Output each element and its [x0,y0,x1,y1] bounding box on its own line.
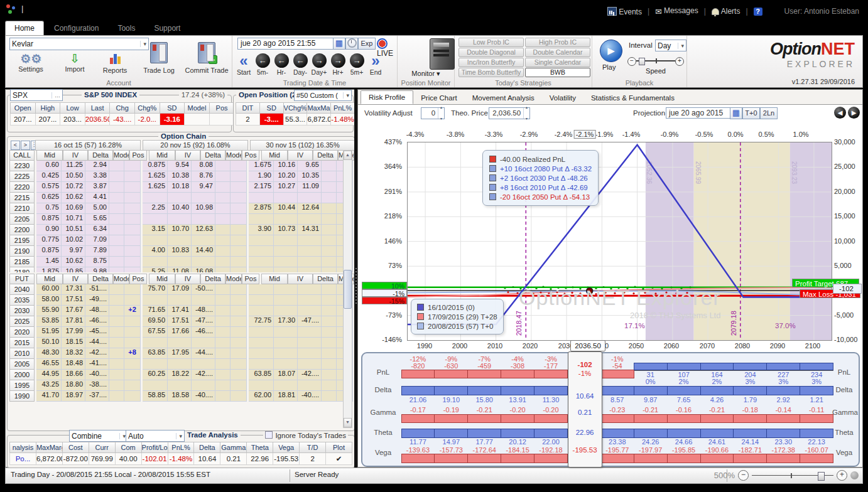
option-row[interactable]: 1990 41.7018.97-37.... 58.8518.58-40....… [9,391,353,402]
index-header-cell[interactable]: Open [10,102,36,114]
position-header-cell[interactable]: PnL% [331,102,355,114]
position-header-cell[interactable]: MaxMargin [307,102,331,114]
theo-price-spinner[interactable]: 2,036.50▲▼ [489,107,530,119]
index-header-cell[interactable]: Model [185,102,210,114]
strategy-button[interactable]: High Prob IC [525,38,590,47]
time-nav-button[interactable]: « Start [235,53,252,76]
reports-button[interactable]: Reports [99,53,131,74]
play-button[interactable]: ▶ [600,40,622,62]
trade-analysis-header-cell[interactable]: Theta [247,442,273,453]
strike-cell[interactable]: 2190 [9,246,35,257]
delta-header[interactable]: Delta [200,150,225,161]
projection-date-input[interactable]: jue 20 ago 2015 [666,107,732,119]
calendar-icon[interactable]: ▦ [333,38,345,50]
strike-cell[interactable]: 1990 [9,391,35,402]
index-header-cell[interactable]: Chg [110,102,135,114]
option-row[interactable]: 2220 0.57510.723.87 1.62510.189.47 2.175… [9,182,353,193]
trade-analysis-header-cell[interactable]: Cost [63,442,89,453]
index-header-cell[interactable]: Last [85,102,111,114]
zoom-slider[interactable] [752,471,833,480]
iv-header[interactable]: IV [63,150,88,161]
time-nav-button[interactable]: ← Hr- [273,53,290,76]
t0-button[interactable]: T+0 [742,107,760,119]
strategy-button[interactable]: Time Bomb Butterfly [458,68,524,77]
option-row[interactable]: 2205 0.87510.715.65 [9,214,353,225]
pos-header[interactable]: Pos [242,150,259,161]
clock-icon[interactable] [345,38,358,50]
position-header-cell[interactable]: VChg% [284,102,308,114]
position-legend[interactable]: -40.00 Realized PnL +10 16oct 2080 Put Δ… [482,150,599,206]
strike-cell[interactable]: 2195 [9,235,35,246]
option-row[interactable]: 2190 0.8759.977.89 4.0010.8314.40 [9,246,353,257]
time-nav-button[interactable]: → Day+ [310,53,328,76]
strike-cell[interactable]: 2040 [9,284,35,295]
mode-header[interactable]: Mode [225,274,242,284]
strike-cell[interactable]: 2025 [9,316,35,327]
spinner-arrows-icon[interactable]: ▲▼ [438,108,444,119]
option-row[interactable]: 2020 51.9517.99-45.... 67.5517.66-46.... [9,327,353,338]
iv-header[interactable]: IV [288,150,313,161]
trade-log-button[interactable]: Trade Log [139,42,179,74]
iv-header[interactable]: IV [288,274,313,284]
expiry-header[interactable]: 20 nov 15 (92) 16.08% [143,140,248,151]
greeks-column[interactable]: 234 3% 1.21 -0.11 22.13 -160.07 [800,353,833,466]
scroll-down-arrow[interactable]: ▼ [344,418,352,427]
strike-cell[interactable]: 1995 [9,380,35,391]
greeks-column[interactable]: -12% -820 21.06 -0.17 11.77 -139.63 [401,353,435,466]
strike-cell[interactable]: 2010 [9,348,35,359]
analysis-tab[interactable]: Risk Profile [361,90,413,104]
option-row[interactable]: 2230 0.6011.252.94 0.8759.548.08 1.67510… [9,161,353,171]
ribbon-tab[interactable]: Tools [109,21,144,35]
mode-header[interactable]: Mode [113,150,129,161]
strike-cell[interactable]: 2180 [9,267,35,272]
mid-header[interactable]: Mid [36,274,63,284]
spinner-arrows-icon[interactable]: ▲▼ [523,108,529,119]
zoom-in-button[interactable]: + [837,470,847,481]
zoom-slider-thumb[interactable] [818,472,825,481]
greeks-column[interactable]: 164 2% 4.26 -0.21 24.61 -190.66 [700,353,734,466]
expiry-header[interactable]: 30 nov 15 (102) 16.35% [250,140,355,151]
option-row[interactable]: 2025 53.8517.81-46.... 69.5017.51-47....… [9,316,353,327]
pos-header[interactable]: Pos [242,274,259,284]
delta-header[interactable]: Delta [88,150,113,161]
delta-header[interactable]: Delta [313,150,338,161]
strike-cell[interactable]: 2225 [9,171,35,182]
strike-cell[interactable]: 2230 [9,161,35,171]
import-button[interactable]: ⇩Import [60,53,90,73]
index-header-cell[interactable]: Chg% [135,102,160,114]
position-header-cell[interactable]: SD [260,102,284,114]
expiry-header[interactable]: 16 oct 15 (57) 16.28% [35,140,141,151]
option-row[interactable]: 2010 48.3018.32-42....+8 63.8517.95-44..… [9,348,353,359]
delta-header[interactable]: Delta [200,274,225,284]
time-nav-button[interactable]: → Hr+ [329,53,347,76]
greeks-column[interactable]: -4% -308 13.91 -0.20 20.12 -184.15 [501,353,534,466]
option-row[interactable]: 2030 55.9017.67-48....+2 71.6517.41-48..… [9,306,353,316]
strike-cell[interactable]: 2005 [9,359,35,370]
exp-button[interactable]: Exp [358,38,376,50]
greeks-column[interactable]: 107 2% 7.65 -0.16 24.66 -195.85 [667,353,700,466]
strike-cell[interactable]: 2205 [9,214,35,225]
chain-scrollbar[interactable]: ▲ ▼ [343,150,352,428]
symbol-input[interactable]: SPX… [10,89,63,101]
delta-header[interactable]: Delta [88,274,113,284]
trade-analysis-header-cell[interactable]: MaxMargin [36,442,63,453]
iv-header[interactable]: IV [175,150,200,161]
strike-cell[interactable]: 2220 [9,182,35,193]
position-header-cell[interactable]: DIT [236,102,260,114]
mid-header[interactable]: Mid [149,150,175,161]
zoom-out-button[interactable]: − [738,470,749,481]
mode-header[interactable]: Mode [225,150,242,161]
lines-button[interactable]: 2Ln [760,107,778,119]
analysis-tab[interactable]: Price Chart [413,92,465,104]
index-header-cell[interactable]: Pos [210,102,235,114]
ribbon-tab[interactable]: Configuration [45,21,107,35]
index-header-cell[interactable]: High [36,102,61,114]
interval-select[interactable]: Day▾ [655,40,686,51]
option-row[interactable]: 2195 0.77510.027.09 [9,235,353,246]
trade-analysis-header-cell[interactable]: Com [116,442,142,453]
time-nav-button[interactable]: » End [367,53,384,76]
trade-analysis-header-cell[interactable]: T/D [300,442,326,453]
option-row[interactable]: 2000 44.9518.66-40.... 60.2518.22-42....… [9,370,353,380]
time-nav-button[interactable]: → 5m+ [348,53,366,76]
speed-minus-button[interactable]: − [627,57,636,66]
